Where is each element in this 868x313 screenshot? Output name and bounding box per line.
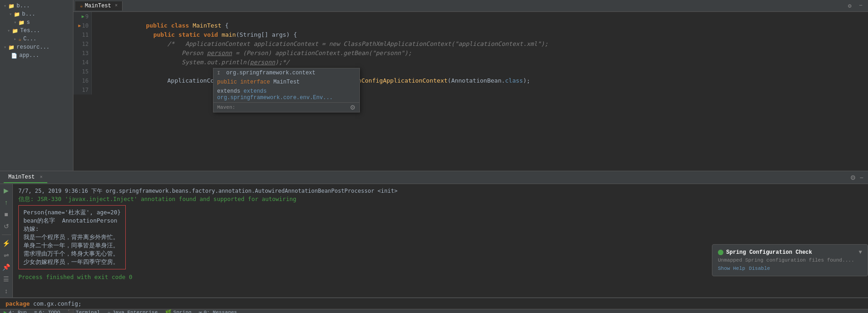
breakpoint-arrow-9: ▶	[82, 12, 84, 21]
sidebar-label-test: Tes...	[20, 28, 40, 34]
run-sidebar: ▶ ↑ ■ ↺ ⚡ ⇌ 📌 ☰ ↕	[0, 184, 13, 297]
output-line3: 需求理由万千个，终身大事无心管。	[23, 250, 121, 258]
line-num-17: 17	[76, 85, 89, 95]
line-num-12: 12	[76, 39, 89, 49]
line-num-15: 15	[76, 67, 89, 76]
run-wrap-btn[interactable]: ↕	[4, 286, 9, 296]
arrow-icon-3: ▾	[14, 20, 17, 25]
run-stop-btn[interactable]: ■	[3, 210, 9, 219]
sidebar-label-app: app...	[19, 52, 39, 59]
sidebar-item-app[interactable]: 📄 app...	[0, 51, 73, 60]
spring-chevron-icon[interactable]: ▼	[859, 249, 862, 256]
toolbar-run-label: 4: Run	[9, 310, 27, 313]
project-sidebar: ▾ 📁 b... ▾ 📁 b... ▾ 📁 s ▾ 📁 Tes... ▸	[0, 0, 73, 171]
sidebar-label-1: b...	[17, 3, 30, 9]
autocomplete-footer: Maven: ⚙	[213, 102, 359, 112]
toolbar-run[interactable]: ▶ 4: Run	[4, 309, 27, 313]
toolbar-terminal[interactable]: ⬛ Terminal	[67, 309, 100, 313]
autocomplete-item-3: extends extends org.springframework.core…	[213, 87, 359, 102]
toolbar-todo-label: 6: TODO	[39, 310, 60, 313]
sidebar-item-3[interactable]: ▾ 📁 s	[0, 18, 73, 27]
editor-area: ▾ 📁 b... ▾ 📁 b... ▾ 📁 s ▾ 📁 Tes... ▸	[0, 0, 868, 171]
code-content: ▶ 9 ▶ 10 11 12 13 14 15 16 17	[73, 12, 868, 95]
arrow-icon-1: ▾	[4, 3, 6, 9]
toolbar-messages[interactable]: ✉ 0: Messages	[199, 309, 237, 313]
sidebar-item-c[interactable]: ▸ ☕ C...	[0, 35, 73, 43]
output-line1: 我是一个程序员，背井离乡外奔忙。	[23, 233, 121, 241]
sidebar-label-3: s	[27, 19, 30, 26]
sidebar-item-1[interactable]: ▾ 📁 b...	[0, 2, 73, 10]
autocomplete-item-1[interactable]: I org.springframework.context	[213, 68, 359, 78]
folder-icon-test: 📁	[12, 28, 18, 34]
run-tab-maintest[interactable]: MainTest ×	[4, 172, 47, 183]
toolbar-javaee[interactable]: ☕ Java Enterprise	[107, 309, 158, 313]
folder-icon-1: 📁	[8, 3, 15, 9]
breakpoint-arrow-10: ▶	[78, 21, 81, 30]
run-pin-btn[interactable]: 📌	[1, 263, 11, 272]
spring-icon: 🌿	[165, 309, 172, 313]
sidebar-item-2[interactable]: ▾ 📁 b...	[0, 10, 73, 18]
arrow-icon-2: ▾	[9, 11, 12, 17]
bottom-toolbar: ▶ 4: Run ≡ 6: TODO ⬛ Terminal ☕ Java Ent…	[0, 309, 868, 313]
sidebar-label-2: b...	[22, 11, 35, 17]
autocomplete-item-2: public interface MainTest	[213, 78, 359, 87]
code-panel: ☕ MainTest × ⚙ − ▶ 9 ▶ 10	[73, 0, 868, 171]
sidebar-label-c: C...	[23, 36, 37, 42]
output-line-info: 7/7, 25, 2019 9:36:16 下午 org.springframe…	[18, 187, 862, 195]
spring-show-help-link[interactable]: Show Help	[718, 266, 745, 271]
toolbar-messages-label: 0: Messages	[204, 310, 237, 313]
interface-icon: I	[217, 70, 220, 76]
java-file-icon: ☕	[80, 3, 83, 9]
autocomplete-settings-btn[interactable]: ⚙	[350, 104, 356, 111]
line-num-10: ▶ 10	[76, 21, 89, 30]
run-output: 7/7, 25, 2019 9:36:16 下午 org.springframe…	[13, 184, 868, 297]
output-title: 劝嫁:	[23, 225, 121, 233]
run-icon: ▶	[4, 309, 7, 313]
run-actions: ⚙ −	[849, 173, 864, 182]
bottom-code-line: package com.gx.config;	[0, 298, 868, 309]
toolbar-spring[interactable]: 🌿 Spring	[165, 309, 192, 313]
run-sidebar-divider	[2, 235, 11, 235]
editor-minimize-btn[interactable]: −	[855, 2, 866, 9]
run-up-btn[interactable]: ↑	[4, 198, 9, 207]
run-settings-btn[interactable]: ⚙	[849, 173, 857, 182]
spring-disable-link[interactable]: Disable	[749, 266, 770, 271]
autocomplete-package: org.springframework.context	[226, 70, 315, 76]
toolbar-terminal-label: Terminal	[76, 310, 100, 313]
xml-icon-app: 📄	[11, 53, 17, 59]
sidebar-label-resources: resourc...	[17, 44, 50, 50]
code-lines: public class MainTest { public static vo…	[92, 12, 868, 95]
code-line-15: ApplicationContext applicationContext = …	[95, 67, 864, 76]
toolbar-javaee-label: Java Enterprise	[112, 310, 158, 313]
folder-icon-2: 📁	[14, 11, 20, 17]
run-rerun-btn[interactable]: ↺	[3, 222, 10, 231]
run-play-btn[interactable]: ▶	[3, 186, 10, 195]
output-line-jsr: 信息: JSR-330 'javax.inject.Inject' annota…	[18, 195, 862, 203]
line-numbers: ▶ 9 ▶ 10 11 12 13 14 15 16 17	[73, 12, 92, 95]
toolbar-spring-label: Spring	[174, 310, 192, 313]
code-line-9: public class MainTest {	[95, 12, 864, 21]
run-content: ▶ ↑ ■ ↺ ⚡ ⇌ 📌 ☰ ↕ 7/7, 25, 2019 9:36:16 …	[0, 184, 868, 297]
run-tab-label: MainTest	[8, 174, 35, 180]
autocomplete-popup[interactable]: I org.springframework.context public int…	[213, 68, 360, 112]
folder-icon-3: 📁	[18, 20, 25, 26]
spring-notification-body: Unmapped Spring configuration files foun…	[718, 257, 862, 263]
package-name: com.gx.config;	[33, 300, 81, 307]
run-tab-close[interactable]: ×	[40, 175, 43, 180]
sidebar-item-resources[interactable]: ▾ 📁 resourc...	[0, 43, 73, 51]
sidebar-item-test[interactable]: ▾ 📁 Tes...	[0, 27, 73, 35]
toolbar-todo[interactable]: ≡ 6: TODO	[34, 310, 60, 313]
arrow-icon-c: ▸	[14, 36, 17, 42]
output-person: Person{name='杜水蓝', age=20}	[23, 208, 121, 217]
editor-settings-btn[interactable]: ⚙	[844, 2, 855, 10]
line-num-13: 13	[76, 49, 89, 58]
run-fold-btn[interactable]: ⇌	[3, 251, 10, 260]
editor-tab-maintest[interactable]: ☕ MainTest ×	[75, 1, 123, 11]
run-minimize-btn[interactable]: −	[859, 173, 864, 182]
run-filter-btn[interactable]: ⚡	[1, 239, 11, 248]
folder-icon-resources: 📁	[8, 45, 15, 50]
spring-notification-header: Spring Configuration Check ▼	[718, 249, 862, 256]
run-extra-btn[interactable]: ☰	[2, 274, 10, 284]
editor-tab-close[interactable]: ×	[115, 3, 118, 8]
spring-notification-title: Spring Configuration Check	[726, 249, 812, 256]
